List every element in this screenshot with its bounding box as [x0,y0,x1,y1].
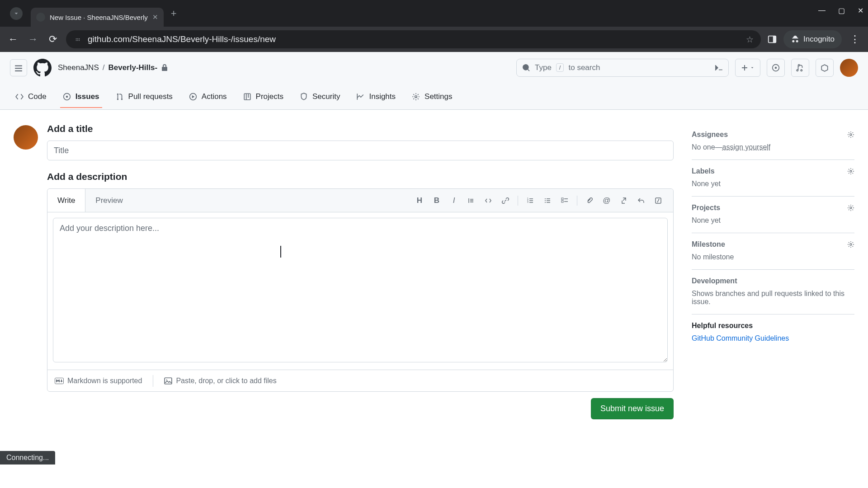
code-icon[interactable] [481,193,496,208]
tab-settings[interactable]: Settings [406,86,458,108]
user-avatar[interactable] [840,59,858,77]
labels-label: Labels [692,167,715,175]
close-tab-icon[interactable]: ✕ [152,13,158,21]
assignees-gear-icon[interactable] [847,131,854,138]
svg-point-6 [117,93,118,94]
owner-link[interactable]: SheenaJNS [58,63,99,72]
svg-rect-18 [561,198,563,200]
browser-status-bar: Connecting... [0,451,55,465]
github-logo[interactable] [33,59,52,77]
bold-icon[interactable]: B [429,193,444,208]
maximize-icon[interactable]: ▢ [838,6,845,15]
tab-actions[interactable]: Actions [184,86,232,108]
text-cursor [280,246,281,258]
quote-icon[interactable] [463,193,479,208]
code-icon [15,93,24,101]
search-icon [522,64,530,72]
labels-body: None yet [692,180,854,188]
write-tab[interactable]: Write [47,189,85,212]
svg-point-27 [850,244,852,245]
title-input[interactable] [47,141,674,160]
back-button[interactable]: ← [6,33,20,45]
assignees-label: Assignees [692,131,728,139]
browser-tab-bar: New Issue · SheenaJNS/Beverly ✕ + — ▢ ✕ [0,0,868,27]
browser-tab[interactable]: New Issue · SheenaJNS/Beverly ✕ [31,8,164,27]
preview-tab[interactable]: Preview [85,189,132,212]
github-header: SheenaJNS / Beverly-Hills- Type / to sea… [0,52,868,84]
bookmark-icon[interactable]: ☆ [746,34,754,45]
markdown-supported[interactable]: Markdown is supported [55,377,142,385]
lock-icon [161,64,168,71]
url-text: github.com/SheenaJNS/Beverly-Hills-/issu… [88,34,741,44]
issues-global-icon[interactable] [767,59,785,77]
unordered-list-icon[interactable] [540,193,555,208]
svg-point-5 [66,95,68,98]
svg-text:3: 3 [527,201,528,203]
incognito-icon [791,35,800,44]
saved-reply-icon[interactable] [633,193,649,208]
pull-requests-global-icon[interactable] [791,59,809,77]
close-window-icon[interactable]: ✕ [858,6,863,15]
mention-icon[interactable]: @ [599,193,614,208]
tab-code[interactable]: Code [10,86,52,108]
search-input[interactable]: Type / to search [516,59,729,77]
repo-link[interactable]: Beverly-Hills- [108,63,157,72]
tab-issues[interactable]: Issues [57,86,105,108]
italic-icon[interactable]: I [446,193,462,208]
search-slash-key: / [556,63,564,72]
command-palette-icon[interactable] [715,64,723,72]
milestone-body: No milestone [692,253,854,261]
assignees-body: No one—assign yourself [692,143,854,151]
browser-menu-icon[interactable]: ⋮ [848,33,862,45]
link-icon[interactable] [498,193,513,208]
ordered-list-icon[interactable]: 123 [523,193,538,208]
forward-button[interactable]: → [26,33,40,45]
tab-projects[interactable]: Projects [238,86,289,108]
svg-point-15 [545,198,546,199]
author-avatar[interactable] [14,125,38,150]
editor-footer: Markdown is supported Paste, drop, or cl… [47,370,673,391]
assign-yourself-link[interactable]: assign yourself [722,143,771,151]
tab-insights[interactable]: Insights [351,86,401,108]
notifications-icon[interactable] [816,59,834,77]
projects-gear-icon[interactable] [847,204,854,211]
tab-pull-requests[interactable]: Pull requests [110,86,178,108]
image-icon [164,377,172,385]
nav-menu-button[interactable] [10,59,27,76]
svg-point-8 [121,98,122,99]
address-bar: ← → ⟳ github.com/SheenaJNS/Beverly-Hills… [0,27,868,52]
slash-command-icon[interactable] [651,193,666,208]
projects-label: Projects [692,204,720,212]
incognito-indicator[interactable]: Incognito [783,30,842,48]
attach-icon[interactable] [582,193,597,208]
task-list-icon[interactable] [557,193,572,208]
editor-toolbar: H B I 123 @ [133,193,673,208]
description-textarea[interactable] [53,218,668,362]
labels-gear-icon[interactable] [847,168,854,175]
url-box[interactable]: github.com/SheenaJNS/Beverly-Hills-/issu… [66,30,761,48]
create-new-button[interactable] [735,59,760,77]
side-panel-icon[interactable] [767,34,777,44]
svg-point-25 [850,170,852,172]
cross-reference-icon[interactable] [616,193,632,208]
main-content: Add a title Add a description Write Prev… [0,110,868,419]
description-label: Add a description [47,171,674,182]
milestone-label: Milestone [692,240,725,249]
description-editor: Write Preview H B I 123 [47,188,674,392]
submit-button[interactable]: Submit new issue [591,398,674,419]
reload-button[interactable]: ⟳ [46,33,60,45]
repo-nav: Code Issues Pull requests Actions Projec… [0,84,868,110]
projects-icon [243,93,251,101]
heading-icon[interactable]: H [412,193,427,208]
add-files-hint[interactable]: Paste, drop, or click to add files [164,377,276,385]
tab-security[interactable]: Security [294,86,345,108]
breadcrumb: SheenaJNS / Beverly-Hills- [58,63,168,72]
new-tab-button[interactable]: + [171,8,177,19]
milestone-gear-icon[interactable] [847,241,854,248]
minimize-icon[interactable]: — [818,6,826,15]
site-info-icon[interactable] [73,35,82,44]
development-label: Development [692,277,737,285]
community-guidelines-link[interactable]: GitHub Community Guidelines [692,334,854,343]
tab-search-dropdown[interactable] [10,7,23,20]
sidebar: Assignees No one—assign yourself Labels … [692,123,854,419]
